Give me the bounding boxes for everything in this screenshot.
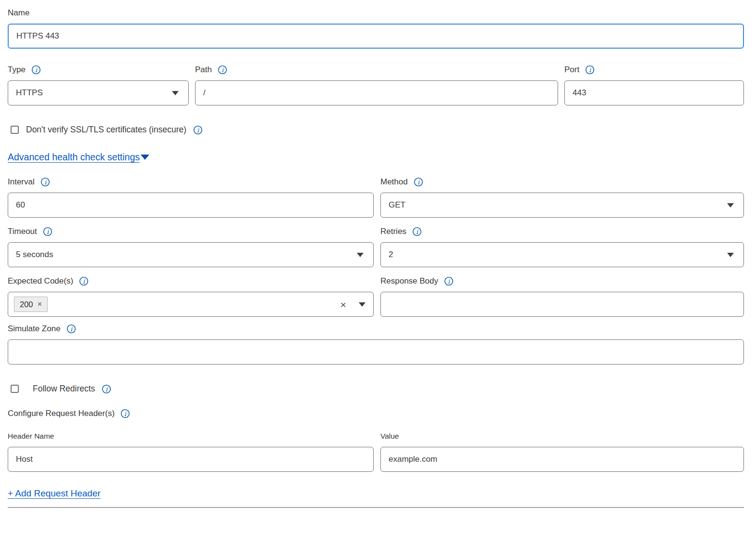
follow-redirects-label: Follow Redirects: [33, 384, 95, 394]
timeout-select[interactable]: 5 seconds: [8, 242, 374, 267]
header-name-input[interactable]: [8, 447, 374, 472]
interval-label: Interval i: [8, 177, 374, 187]
request-header-row: Header Name Value: [8, 431, 744, 472]
method-field: Method i GET: [380, 177, 744, 218]
response-body-label: Response Body i: [380, 276, 744, 286]
svg-text:i: i: [47, 228, 49, 235]
expected-codes-field: Expected Code(s) i 200 × ×: [8, 276, 374, 317]
info-icon[interactable]: i: [31, 65, 41, 75]
request-headers-section-label: Configure Request Header(s) i: [8, 408, 744, 419]
chevron-down-icon: [727, 203, 734, 208]
simulate-zone-field: Simulate Zone i: [8, 324, 744, 364]
info-icon[interactable]: i: [102, 384, 111, 394]
svg-text:i: i: [83, 278, 85, 285]
info-icon[interactable]: i: [40, 177, 50, 187]
svg-text:i: i: [222, 66, 224, 74]
info-icon[interactable]: i: [444, 276, 454, 286]
name-label: Name: [8, 8, 744, 18]
svg-text:i: i: [417, 179, 420, 186]
method-select[interactable]: GET: [380, 193, 744, 218]
info-icon[interactable]: i: [79, 276, 89, 286]
ssl-verify-checkbox[interactable]: [11, 126, 19, 134]
chevron-down-icon: [172, 91, 179, 95]
header-name-label: Header Name: [8, 431, 374, 442]
add-request-header-link[interactable]: + Add Request Header: [8, 488, 101, 498]
svg-text:i: i: [44, 179, 47, 186]
collapse-arrow-icon: [141, 155, 149, 160]
svg-text:i: i: [416, 228, 418, 235]
ssl-verify-label: Don't verify SSL/TLS certificates (insec…: [26, 125, 186, 135]
chevron-down-icon: [727, 253, 734, 257]
name-input[interactable]: [8, 24, 744, 49]
port-label: Port i: [564, 65, 744, 75]
svg-text:i: i: [35, 66, 38, 74]
expected-codes-multiselect[interactable]: 200 × ×: [8, 292, 374, 317]
svg-text:i: i: [197, 126, 199, 133]
port-field: Port i: [564, 65, 744, 105]
retries-label: Retries i: [380, 226, 744, 237]
method-label: Method i: [380, 177, 744, 187]
svg-text:i: i: [448, 278, 450, 285]
info-icon[interactable]: i: [414, 177, 423, 187]
timeout-field: Timeout i 5 seconds: [8, 226, 374, 267]
response-body-field: Response Body i: [380, 276, 744, 317]
path-label: Path i: [195, 65, 558, 75]
header-name-field: Header Name: [8, 431, 374, 472]
interval-input[interactable]: [8, 193, 374, 218]
svg-text:i: i: [124, 410, 127, 417]
follow-redirects-checkbox[interactable]: [11, 385, 19, 393]
svg-text:i: i: [105, 385, 108, 392]
info-icon[interactable]: i: [193, 125, 203, 135]
advanced-settings-link[interactable]: Advanced health check settings: [8, 152, 140, 163]
info-icon[interactable]: i: [66, 324, 76, 334]
remove-tag-icon[interactable]: ×: [38, 299, 42, 309]
retries-select[interactable]: 2: [380, 242, 744, 267]
svg-text:i: i: [589, 66, 591, 74]
port-input[interactable]: [564, 80, 744, 105]
follow-redirects-row: Follow Redirects i: [8, 384, 744, 394]
interval-field: Interval i: [8, 177, 374, 218]
type-field: Type i HTTPS: [8, 65, 189, 105]
path-input[interactable]: [195, 80, 558, 105]
simulate-zone-label: Simulate Zone i: [8, 324, 744, 334]
info-icon[interactable]: i: [43, 227, 52, 236]
header-value-field: Value: [380, 431, 744, 472]
simulate-zone-input[interactable]: [8, 339, 744, 364]
timeout-label: Timeout i: [8, 226, 374, 237]
info-icon[interactable]: i: [585, 65, 595, 75]
header-value-label: Value: [380, 431, 744, 442]
section-divider: [8, 507, 744, 508]
path-field: Path i: [195, 65, 558, 105]
chevron-down-icon: [357, 253, 364, 257]
info-icon[interactable]: i: [120, 409, 130, 418]
ssl-verify-row: Don't verify SSL/TLS certificates (insec…: [8, 125, 744, 135]
type-label: Type i: [8, 65, 189, 75]
chevron-down-icon[interactable]: [359, 302, 365, 307]
clear-all-icon[interactable]: ×: [340, 299, 346, 310]
svg-text:i: i: [70, 325, 73, 333]
retries-field: Retries i 2: [380, 226, 744, 267]
info-icon[interactable]: i: [218, 65, 227, 75]
info-icon[interactable]: i: [412, 227, 422, 236]
type-select[interactable]: HTTPS: [8, 80, 189, 105]
code-tag: 200 ×: [14, 297, 48, 312]
header-value-input[interactable]: [380, 447, 744, 472]
expected-codes-label: Expected Code(s) i: [8, 276, 374, 286]
response-body-input[interactable]: [380, 292, 744, 317]
